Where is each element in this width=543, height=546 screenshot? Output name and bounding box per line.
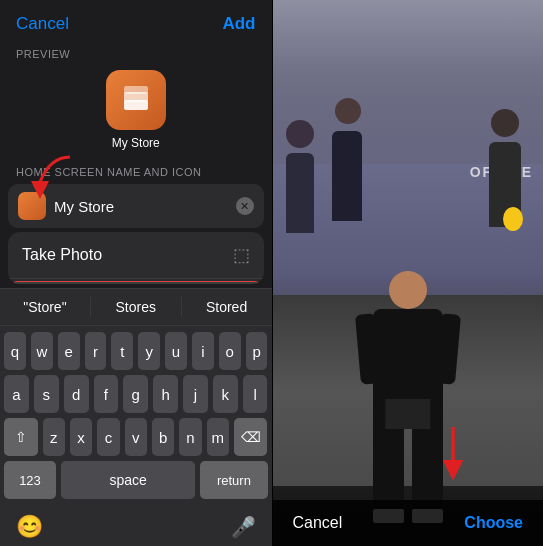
camera-icon: ⬚ xyxy=(233,244,250,266)
suggestion-stored[interactable]: Stored xyxy=(182,297,272,317)
bg-person-2 xyxy=(332,131,362,221)
take-photo-option[interactable]: Take Photo ⬚ xyxy=(8,232,264,279)
ceiling-area xyxy=(273,0,544,164)
key-u[interactable]: u xyxy=(165,332,187,370)
cancel-button[interactable]: Cancel xyxy=(16,14,69,34)
subject-body xyxy=(373,309,443,429)
dropdown-menu: Take Photo ⬚ Choose Photo ⊞ Choose File … xyxy=(8,232,264,284)
clear-name-button[interactable]: ✕ xyxy=(236,197,254,215)
top-bar: Cancel Add xyxy=(0,0,272,44)
right-arrow-annotation xyxy=(423,422,483,486)
key-s[interactable]: s xyxy=(34,375,59,413)
name-field-value[interactable]: My Store xyxy=(54,198,236,215)
photo-background: OFFICE xyxy=(273,0,544,546)
key-row-3: ⇧ z x c v b n m ⌫ xyxy=(4,418,268,456)
key-o[interactable]: o xyxy=(219,332,241,370)
bg-person-3-head xyxy=(491,109,519,137)
key-delete[interactable]: ⌫ xyxy=(234,418,268,456)
key-q[interactable]: q xyxy=(4,332,26,370)
app-icon-preview xyxy=(106,70,166,130)
key-l[interactable]: l xyxy=(243,375,268,413)
key-i[interactable]: i xyxy=(192,332,214,370)
key-j[interactable]: j xyxy=(183,375,208,413)
right-panel: OFFICE xyxy=(273,0,544,546)
key-g[interactable]: g xyxy=(123,375,148,413)
key-row-1: q w e r t y u i o p xyxy=(4,332,268,370)
keyboard: q w e r t y u i o p a s d f g h j k l ⇧ … xyxy=(0,326,272,508)
key-space[interactable]: space xyxy=(61,461,195,499)
preview-icon-container: My Store xyxy=(16,70,256,150)
key-numbers[interactable]: 123 xyxy=(4,461,56,499)
key-k[interactable]: k xyxy=(213,375,238,413)
subject-head xyxy=(389,271,427,309)
key-w[interactable]: w xyxy=(31,332,53,370)
key-x[interactable]: x xyxy=(70,418,92,456)
key-d[interactable]: d xyxy=(64,375,89,413)
svg-rect-2 xyxy=(124,86,148,94)
emoji-button[interactable]: 😊 xyxy=(16,514,43,540)
key-b[interactable]: b xyxy=(152,418,174,456)
app-name-label: My Store xyxy=(112,136,160,150)
preview-section: PREVIEW My Store xyxy=(0,44,272,166)
take-photo-label: Take Photo xyxy=(22,246,102,264)
suggestions-bar: "Store" Stores Stored xyxy=(0,288,272,326)
bg-person-1-head xyxy=(286,120,314,148)
key-h[interactable]: h xyxy=(153,375,178,413)
left-panel: Cancel Add PREVIEW My Store HOME SCREEN … xyxy=(0,0,272,546)
key-c[interactable]: c xyxy=(97,418,119,456)
balloon xyxy=(503,207,523,231)
suggestion-label-1: "Store" xyxy=(23,299,66,315)
suggestion-store-quoted[interactable]: "Store" xyxy=(0,297,91,317)
photo-cancel-button[interactable]: Cancel xyxy=(293,514,343,532)
arrow-annotation xyxy=(30,152,80,206)
key-shift[interactable]: ⇧ xyxy=(4,418,38,456)
key-a[interactable]: a xyxy=(4,375,29,413)
keyboard-bottom-bar: 😊 🎤 xyxy=(0,508,272,546)
photo-choose-button[interactable]: Choose xyxy=(464,514,523,532)
arrow-icon xyxy=(30,152,80,202)
down-arrow-icon xyxy=(423,422,483,482)
photo-picker-bottom-bar: Cancel Choose xyxy=(273,500,544,546)
suggestion-label-2: Stores xyxy=(116,299,156,315)
key-r[interactable]: r xyxy=(85,332,107,370)
add-button[interactable]: Add xyxy=(222,14,255,34)
layers-icon xyxy=(118,82,154,118)
key-t[interactable]: t xyxy=(111,332,133,370)
suggestion-label-3: Stored xyxy=(206,299,247,315)
subject-left-leg xyxy=(373,429,404,509)
key-f[interactable]: f xyxy=(94,375,119,413)
key-row-2: a s d f g h j k l xyxy=(4,375,268,413)
key-return[interactable]: return xyxy=(200,461,267,499)
key-m[interactable]: m xyxy=(207,418,229,456)
choose-photo-option[interactable]: Choose Photo ⊞ xyxy=(10,281,262,284)
suggestion-stores[interactable]: Stores xyxy=(91,297,182,317)
key-v[interactable]: v xyxy=(125,418,147,456)
key-y[interactable]: y xyxy=(138,332,160,370)
key-row-4: 123 space return xyxy=(4,461,268,499)
key-e[interactable]: e xyxy=(58,332,80,370)
key-n[interactable]: n xyxy=(179,418,201,456)
mic-button[interactable]: 🎤 xyxy=(231,515,256,539)
key-p[interactable]: p xyxy=(246,332,268,370)
bg-person-2-head xyxy=(335,98,361,124)
preview-label: PREVIEW xyxy=(16,48,256,60)
key-z[interactable]: z xyxy=(43,418,65,456)
bg-person-1 xyxy=(286,153,314,233)
